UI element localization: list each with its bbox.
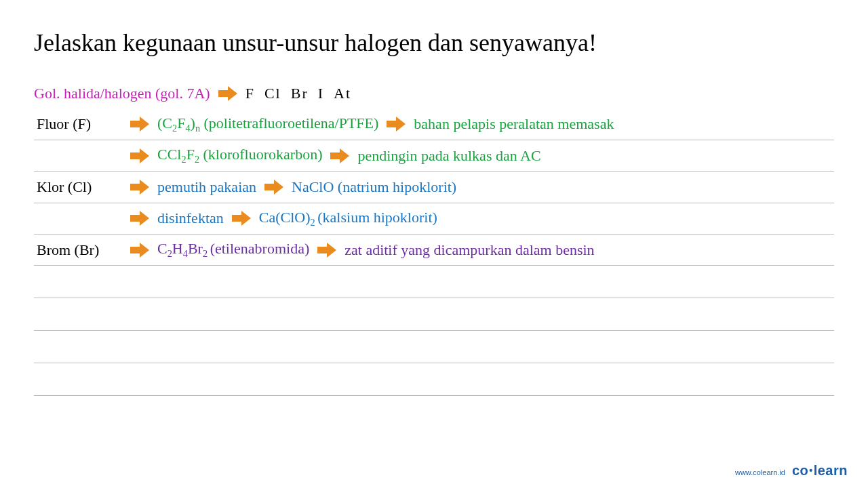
sub: 2 <box>181 155 186 165</box>
txt: (kalsium hipoklorit) <box>317 209 437 226</box>
sub: 4 <box>183 248 188 259</box>
txt: (C <box>157 115 172 131</box>
fluor-use-1: bahan pelapis peralatan memasak <box>414 115 614 133</box>
fluor-use-2: pendingin pada kulkas dan AC <box>357 147 540 165</box>
footer-logo: co•learn <box>792 463 848 479</box>
sub: 4 <box>185 123 190 134</box>
footer: www.colearn.id co•learn <box>735 463 848 479</box>
element: F <box>245 85 255 102</box>
arrow-icon <box>218 86 237 101</box>
empty-row <box>34 298 834 331</box>
klor-row-2: disinfektan Ca(ClO)2 (kalsium hipoklorit… <box>34 203 834 235</box>
txt: ) <box>191 115 195 131</box>
fluor-label: Fluor (F) <box>34 115 122 133</box>
txt: Br <box>188 240 203 257</box>
header-row: Gol. halida/halogen (gol. 7A) F Cl Br I … <box>34 78 834 109</box>
txt: (etilenabromida) <box>210 240 310 257</box>
arrow-icon <box>232 211 251 226</box>
klor-use-1: pemutih pakaian <box>157 178 256 196</box>
txt: F <box>186 146 195 163</box>
element: Cl <box>264 85 281 102</box>
arrow-icon <box>130 243 149 258</box>
txt: CCl <box>157 146 181 163</box>
klor-compound-1: NaClO (natrium hipoklorit) <box>292 178 456 196</box>
fluor-compound-2: CCl2F2 (klorofluorokarbon) <box>157 146 322 165</box>
group-label: Gol. halida/halogen (gol. 7A) <box>34 85 210 102</box>
txt: C <box>157 240 167 257</box>
arrow-icon <box>387 117 406 131</box>
sub: 2 <box>203 248 210 259</box>
brom-compound: C2H4Br2 (etilenabromida) <box>157 240 309 260</box>
sub: 2 <box>167 248 172 259</box>
page-title: Jelaskan kegunaan unsur-unsur halogen da… <box>34 27 834 59</box>
empty-row <box>34 331 834 363</box>
empty-row <box>34 266 834 298</box>
empty-row <box>34 363 834 396</box>
dot-icon: • <box>809 465 812 476</box>
fluor-row-2: CCl2F2 (klorofluorokarbon) pendingin pad… <box>34 140 834 171</box>
arrow-icon <box>130 148 149 163</box>
arrow-icon <box>264 180 283 195</box>
arrow-icon <box>130 180 149 195</box>
sub: 2 <box>311 217 318 228</box>
brand-part: learn <box>814 463 848 478</box>
txt: F <box>177 115 185 131</box>
klor-use-2: disinfektan <box>157 209 224 227</box>
txt: (klorofluorokarbon) <box>199 146 322 163</box>
brom-row: Brom (Br) C2H4Br2 (etilenabromida) zat a… <box>34 235 834 266</box>
footer-url: www.colearn.id <box>735 468 785 476</box>
klor-row-1: Klor (Cl) pemutih pakaian NaClO (natrium… <box>34 172 834 203</box>
txt: (politetrafluoroetilena/PTFE) <box>200 115 378 131</box>
brom-use: zat aditif yang dicampurkan dalam bensin <box>344 241 594 259</box>
slide: Jelaskan kegunaan unsur-unsur halogen da… <box>0 0 868 488</box>
arrow-icon <box>317 243 336 258</box>
brom-label: Brom (Br) <box>34 241 122 259</box>
sub: n <box>195 123 200 134</box>
sub: 2 <box>195 155 199 165</box>
arrow-icon <box>330 148 349 163</box>
txt: Ca(ClO) <box>259 209 311 226</box>
element-list: F Cl Br I At <box>245 85 351 102</box>
content: Gol. halida/halogen (gol. 7A) F Cl Br I … <box>34 78 834 396</box>
element: Br <box>291 85 309 102</box>
fluor-row-1: Fluor (F) (C2F4)n (politetrafluoroetilen… <box>34 109 834 140</box>
element: I <box>318 85 324 102</box>
klor-compound-2: Ca(ClO)2 (kalsium hipoklorit) <box>259 209 437 228</box>
arrow-icon <box>130 117 149 131</box>
txt: H <box>172 240 183 257</box>
fluor-compound-1: (C2F4)n (politetrafluoroetilena/PTFE) <box>157 115 378 134</box>
arrow-icon <box>130 211 149 226</box>
brand-part: co <box>792 463 808 478</box>
element: At <box>334 85 351 102</box>
klor-label: Klor (Cl) <box>34 178 122 196</box>
